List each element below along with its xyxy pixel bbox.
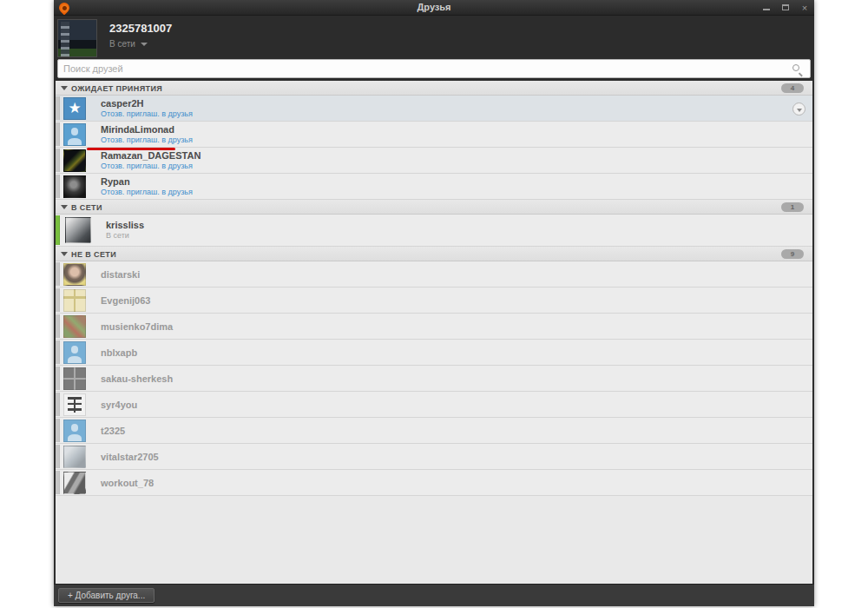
friend-name: t2325	[101, 426, 125, 436]
friend-name: krissliss	[106, 220, 144, 230]
friend-row[interactable]: casper2HОтозв. приглаш. в друзья	[56, 96, 812, 122]
section-label: НЕ В СЕТИ	[71, 250, 116, 259]
section-count-badge: 1	[781, 202, 804, 212]
status-label: В сети	[109, 39, 135, 49]
friend-name: Rypan	[101, 176, 130, 187]
revoke-invite-link[interactable]: Отозв. приглаш. в друзья	[101, 188, 193, 196]
status-dropdown[interactable]: В сети	[109, 39, 148, 49]
title-bar[interactable]: Друзья ×	[54, 0, 814, 16]
status-stripe	[56, 367, 60, 390]
status-stripe	[56, 340, 60, 364]
status-stripe	[56, 393, 60, 416]
add-friend-button[interactable]: + Добавить друга...	[58, 588, 155, 603]
window-title: Друзья	[54, 2, 814, 12]
friend-row[interactable]: t2325	[56, 418, 812, 444]
friends-list: ОЖИДАЕТ ПРИНЯТИЯ4casper2HОтозв. приглаш.…	[56, 81, 812, 584]
avatar	[63, 446, 86, 468]
avatar	[63, 149, 86, 172]
status-stripe	[56, 149, 60, 172]
status-stripe	[56, 175, 60, 198]
friend-row[interactable]: RypanОтозв. приглаш. в друзья	[56, 174, 812, 200]
close-button[interactable]: ×	[799, 2, 811, 13]
friend-name: MirindaLimonad	[101, 124, 174, 135]
search-lens	[792, 64, 799, 71]
friend-name: distarski	[101, 269, 140, 280]
friend-row[interactable]: krisslissВ сети	[56, 215, 812, 247]
friend-row[interactable]: syr4you	[56, 392, 812, 418]
avatar	[65, 217, 91, 243]
friends-window: Друзья × 2325781007 В сети ОЖИДАЕТ ПРИНЯ…	[54, 0, 814, 606]
window-controls: ×	[760, 2, 811, 13]
friend-row[interactable]: Evgenij063	[56, 287, 812, 314]
status-stripe	[56, 288, 60, 312]
restore-button[interactable]	[779, 2, 792, 13]
user-avatar[interactable]	[57, 19, 97, 57]
minimize-button[interactable]	[760, 2, 773, 13]
revoke-invite-link[interactable]: Отозв. приглаш. в друзья	[101, 109, 193, 118]
section-header-offline[interactable]: НЕ В СЕТИ9	[56, 247, 812, 261]
revoke-invite-link[interactable]: Отозв. приглаш. в друзья	[101, 135, 193, 144]
friend-name: nblxapb	[101, 347, 137, 358]
status-stripe	[56, 471, 60, 494]
chevron-down-icon	[61, 205, 68, 209]
status-stripe	[56, 96, 60, 120]
revoke-invite-link[interactable]: Отозв. приглаш. в друзья	[101, 162, 193, 170]
status-stripe	[56, 122, 60, 146]
avatar	[63, 175, 86, 198]
friend-row[interactable]: MirindaLimonadОтозв. приглаш. в друзья	[56, 122, 812, 148]
avatar	[63, 263, 86, 286]
section-count-badge: 4	[781, 83, 804, 93]
friend-name: workout_78	[101, 478, 154, 488]
section-label: ОЖИДАЕТ ПРИНЯТИЯ	[71, 84, 162, 93]
footer-bar: + Добавить друга...	[54, 584, 814, 606]
section-label: В СЕТИ	[71, 203, 102, 212]
desktop-background: Друзья × 2325781007 В сети ОЖИДАЕТ ПРИНЯ…	[0, 0, 868, 608]
avatar	[63, 315, 86, 338]
user-name: 2325781007	[109, 22, 172, 35]
friend-name: Ramazan_DAGESTAN	[101, 150, 201, 161]
annotation-underline	[87, 148, 175, 150]
friend-row[interactable]: distarski	[56, 261, 812, 287]
search-input[interactable]	[63, 60, 755, 77]
avatar	[63, 123, 86, 146]
friend-name: musienko7dima	[101, 321, 173, 332]
friend-row[interactable]: musienko7dima	[56, 314, 812, 340]
status-stripe	[56, 419, 60, 442]
friend-row[interactable]: nblxapb	[56, 340, 812, 366]
status-stripe	[56, 445, 60, 468]
chevron-down-icon	[61, 86, 68, 90]
friend-row[interactable]: sakau-sherkesh	[56, 366, 812, 392]
friend-name: vitalstar2705	[101, 452, 159, 462]
status-stripe	[56, 262, 60, 286]
row-menu-button[interactable]	[792, 102, 806, 116]
friend-name: syr4you	[101, 400, 137, 410]
avatar	[63, 97, 86, 120]
avatar	[63, 472, 86, 494]
section-header-online[interactable]: В СЕТИ1	[56, 200, 812, 215]
restore-icon	[782, 4, 789, 10]
user-header: 2325781007 В сети	[54, 17, 814, 57]
search-bar	[54, 57, 814, 81]
avatar	[63, 367, 86, 390]
search-tail	[799, 72, 803, 76]
status-stripe	[56, 314, 60, 338]
chevron-down-icon	[61, 252, 68, 256]
avatar	[63, 393, 86, 416]
friend-status-text: В сети	[106, 231, 129, 240]
search-box	[57, 59, 811, 78]
friend-row[interactable]: Ramazan_DAGESTANОтозв. приглаш. в друзья	[56, 148, 812, 174]
section-header-pending[interactable]: ОЖИДАЕТ ПРИНЯТИЯ4	[56, 81, 812, 96]
minimize-icon	[763, 9, 770, 10]
search-icon[interactable]	[792, 64, 803, 75]
avatar	[63, 420, 86, 442]
friend-row[interactable]: vitalstar2705	[56, 444, 812, 470]
section-count-badge: 9	[781, 249, 804, 259]
avatar	[63, 341, 86, 364]
friend-name: casper2H	[101, 98, 144, 109]
status-stripe	[56, 215, 60, 245]
chevron-down-icon	[141, 43, 148, 46]
avatar	[63, 289, 86, 312]
friend-name: Evgenij063	[101, 295, 150, 306]
friend-row[interactable]: workout_78	[56, 470, 812, 496]
friend-name: sakau-sherkesh	[101, 373, 173, 384]
